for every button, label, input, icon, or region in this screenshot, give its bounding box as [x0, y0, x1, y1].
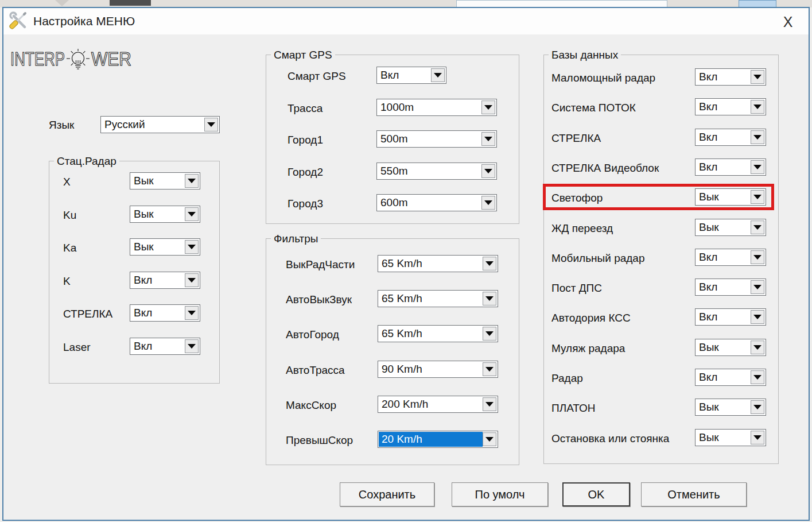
dropdown-arrow-button[interactable]	[185, 339, 199, 353]
field-label: АвтоГород	[286, 327, 339, 342]
dropdown-select[interactable]: Вкл	[695, 249, 766, 266]
chevron-down-icon	[434, 73, 442, 78]
dropdown-select[interactable]: Вкл	[130, 272, 200, 289]
field-label: МаксСкор	[286, 398, 336, 413]
dropdown-arrow-button[interactable]	[185, 273, 199, 287]
dropdown-select[interactable]: Вык	[695, 429, 766, 446]
dropdown-arrow-button[interactable]	[185, 306, 199, 320]
chevron-down-icon	[188, 179, 196, 183]
field-label: Смарт GPS	[287, 69, 346, 84]
dropdown-select[interactable]: 200 Km/h	[378, 396, 498, 413]
dropdown-select[interactable]: Вык	[695, 219, 766, 236]
dropdown-arrow-button[interactable]	[751, 190, 764, 204]
dropdown-value: Вык	[131, 173, 185, 188]
cancel-button[interactable]: Отменить	[641, 482, 747, 506]
chevron-down-icon	[188, 344, 196, 349]
group-databases: Базы данных Маломощный радарВклСистема П…	[543, 55, 779, 464]
dropdown-select[interactable]: Вкл	[695, 158, 766, 176]
chevron-down-icon	[485, 367, 494, 372]
dropdown-arrow-button[interactable]	[481, 164, 495, 178]
dropdown-arrow-button[interactable]	[751, 100, 764, 114]
dropdown-select[interactable]: Вык	[695, 339, 766, 356]
dropdown-arrow-button[interactable]	[185, 240, 199, 254]
dropdown-value: Вык	[131, 207, 185, 222]
dropdown-arrow-button[interactable]	[751, 370, 764, 384]
dropdown-arrow-button[interactable]	[483, 257, 496, 270]
dropdown-value: Вкл	[131, 339, 185, 354]
dropdown-arrow-button[interactable]	[751, 341, 764, 354]
chevron-down-icon	[753, 435, 762, 440]
dropdown-select[interactable]: 65 Km/h	[378, 325, 498, 342]
dropdown-select[interactable]: Вкл	[695, 98, 766, 115]
dropdown-select[interactable]: Вык	[130, 172, 200, 190]
dropdown-select[interactable]: Вкл	[695, 68, 766, 86]
dropdown-select[interactable]: 20 Km/h	[378, 431, 498, 448]
dropdown-arrow-button[interactable]	[185, 207, 199, 221]
dropdown-select[interactable]: 1000m	[376, 99, 497, 116]
dropdown-select[interactable]: Вык	[130, 238, 200, 256]
dropdown-select[interactable]: 65 Km/h	[378, 290, 498, 307]
dropdown-select[interactable]: Вкл	[695, 369, 766, 386]
dropdown-arrow-button[interactable]	[751, 400, 764, 414]
chevron-down-icon	[753, 225, 762, 230]
chevron-down-icon	[485, 402, 494, 407]
background-window-fragment	[55, 0, 69, 6]
chevron-down-icon	[188, 245, 196, 249]
dropdown-arrow-button[interactable]	[481, 132, 495, 146]
dropdown-arrow-button[interactable]	[481, 196, 495, 210]
chevron-down-icon	[753, 75, 762, 79]
dropdown-select[interactable]: Вкл	[695, 279, 766, 296]
language-select[interactable]: Русский	[100, 116, 220, 133]
dropdown-select[interactable]: Вык	[695, 399, 766, 416]
dropdown-arrow-button[interactable]	[481, 100, 495, 114]
dropdown-select[interactable]: 550m	[376, 163, 497, 180]
dropdown-arrow-button[interactable]	[751, 250, 764, 264]
dropdown-select[interactable]: Вкл	[130, 304, 200, 322]
dropdown-value: 1000m	[378, 100, 481, 115]
field-label: Автодория КСС	[551, 311, 631, 326]
dropdown-select[interactable]: Вкл	[695, 129, 766, 146]
chevron-down-icon	[485, 261, 494, 266]
dropdown-arrow-button[interactable]	[483, 432, 496, 446]
dropdown-arrow-button[interactable]	[751, 310, 764, 324]
field-label: Трасса	[287, 101, 323, 116]
dropdown-select[interactable]: Вык	[695, 188, 766, 206]
field-label: Остановка или стоянка	[551, 431, 669, 446]
dropdown-arrow-button[interactable]	[483, 362, 496, 376]
ok-button[interactable]: OK	[562, 482, 630, 506]
close-icon[interactable]: X	[778, 10, 798, 33]
dropdown-value: 600m	[378, 195, 481, 210]
dropdown-arrow-button[interactable]	[751, 70, 764, 84]
dropdown-value: Вык	[696, 340, 751, 355]
dropdown-select[interactable]: 65 Km/h	[378, 255, 498, 272]
dropdown-arrow-button[interactable]	[751, 160, 764, 174]
dropdown-arrow-button[interactable]	[751, 130, 764, 144]
dropdown-select[interactable]: 500m	[376, 130, 497, 148]
dropdown-arrow-button[interactable]	[751, 221, 764, 234]
dropdown-arrow-button[interactable]	[483, 397, 496, 411]
dropdown-arrow-button[interactable]	[431, 68, 445, 82]
chevron-down-icon	[485, 331, 494, 336]
group-title: Смарт GPS	[271, 49, 335, 61]
dropdown-select[interactable]: 600m	[376, 194, 497, 211]
field-label: Город3	[287, 196, 323, 211]
chevron-down-icon	[753, 105, 762, 109]
save-button[interactable]: Сохранить	[340, 482, 434, 506]
dropdown-select[interactable]: Вык	[130, 206, 200, 223]
tools-icon	[9, 11, 28, 30]
dropdown-value: Вкл	[696, 310, 751, 324]
dialog-titlebar: Настройка МЕНЮ X	[3, 8, 809, 34]
dropdown-select[interactable]: Вкл	[130, 338, 200, 355]
dropdown-arrow-button[interactable]	[185, 174, 199, 188]
dropdown-select[interactable]: 90 Km/h	[378, 361, 498, 378]
defaults-button[interactable]: По умолч	[452, 482, 548, 506]
dropdown-select[interactable]: Вкл	[376, 67, 446, 84]
dropdown-value: 200 Km/h	[379, 397, 483, 412]
dropdown-arrow-button[interactable]	[751, 280, 764, 294]
dropdown-arrow-button[interactable]	[483, 327, 496, 341]
dropdown-select[interactable]: Вкл	[695, 308, 766, 326]
dropdown-arrow-button[interactable]	[483, 292, 496, 306]
chevron-down-icon	[753, 255, 762, 260]
dropdown-arrow-button[interactable]	[204, 118, 218, 132]
dropdown-arrow-button[interactable]	[751, 431, 764, 444]
